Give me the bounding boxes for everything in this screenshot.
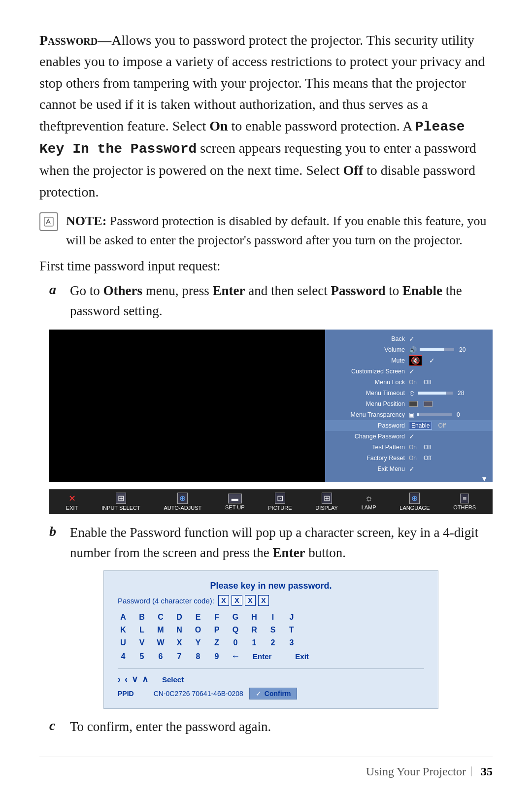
confirm-button[interactable]: ✓ Confirm <box>249 688 298 699</box>
toolbar-setup[interactable]: ▬ SET UP <box>225 494 245 510</box>
char-G[interactable]: G <box>230 613 241 622</box>
char-X[interactable]: X <box>174 638 185 647</box>
toolbar-exit[interactable]: ✕ EXIT <box>66 493 78 511</box>
char-I[interactable]: I <box>267 613 278 622</box>
toolbar-auto-label: AUTO-ADJUST <box>164 505 201 511</box>
nav-right-arrow[interactable]: › <box>118 674 121 685</box>
code-box-2[interactable]: X <box>232 595 242 606</box>
pwd-bottom-row: PPID CN-0C2726 70641-46B-0208 ✓ Confirm <box>118 688 424 699</box>
timeout-fill <box>418 392 446 395</box>
char-O[interactable]: O <box>193 626 203 634</box>
password-dialog: Please key in new password. Password (4 … <box>103 570 438 709</box>
projector-toolbar: ✕ EXIT ⊞ INPUT SELECT ⊕ AUTO-ADJUST ▬ SE… <box>49 489 493 514</box>
char-0[interactable]: 0 <box>230 638 241 647</box>
char-E[interactable]: E <box>193 613 203 622</box>
char-J[interactable]: J <box>286 613 297 622</box>
char-T[interactable]: T <box>286 626 297 634</box>
char-K[interactable]: K <box>118 626 129 634</box>
char-M[interactable]: M <box>155 626 166 634</box>
char-S[interactable]: S <box>267 626 278 634</box>
transparency-fill <box>417 413 419 416</box>
transparency-icon: ▣ <box>409 411 414 418</box>
char-F[interactable]: F <box>211 613 222 622</box>
step-a: a Go to Others menu, press Enter and the… <box>49 281 493 321</box>
step-c: c To confirm, enter the password again. <box>49 717 493 737</box>
toolbar-display[interactable]: ⊞ DISPLAY <box>315 493 338 511</box>
char-W[interactable]: W <box>155 638 166 647</box>
exit-button[interactable]: Exit <box>295 652 309 661</box>
menu-label-timeout: Menu Timeout <box>330 390 409 397</box>
position-icon1 <box>409 401 418 407</box>
toolbar-picture[interactable]: ⊡ PICTURE <box>268 493 292 511</box>
pencil-icon <box>43 216 54 227</box>
note-icon <box>39 212 58 231</box>
char-R[interactable]: R <box>249 626 260 634</box>
char-4[interactable]: 4 <box>118 652 129 661</box>
char-Q[interactable]: Q <box>230 626 241 634</box>
char-U[interactable]: U <box>118 638 129 647</box>
char-6[interactable]: 6 <box>155 652 166 661</box>
code-box-3[interactable]: X <box>245 595 256 606</box>
char-N[interactable]: N <box>174 626 185 634</box>
menu-value-menulock: On Off <box>409 379 488 386</box>
toolbar-setup-label: SET UP <box>225 504 245 510</box>
char-1[interactable]: 1 <box>249 638 260 647</box>
char-9[interactable]: 9 <box>211 652 222 661</box>
transparency-number: 0 <box>457 411 460 418</box>
nav-up-arrow[interactable]: ∧ <box>142 674 148 685</box>
menu-value-timeout: ⏲ 28 <box>409 390 488 397</box>
char-backspace[interactable]: ← <box>230 651 241 662</box>
char-Y[interactable]: Y <box>193 638 203 647</box>
on-text: On <box>209 118 228 133</box>
char-L[interactable]: L <box>136 626 147 634</box>
char-row-2: K L M N O P Q R S T <box>118 626 424 634</box>
char-H[interactable]: H <box>249 613 260 622</box>
nav-left-arrow[interactable]: ‹ <box>125 674 128 685</box>
char-D[interactable]: D <box>174 613 185 622</box>
off-text: Off <box>343 163 363 178</box>
password-dialog-wrapper: Please key in new password. Password (4 … <box>103 570 438 709</box>
nav-down-arrow[interactable]: ∨ <box>132 674 138 685</box>
page-number: 35 <box>481 765 493 778</box>
note-box: NOTE: Password protection is disabled by… <box>39 211 493 250</box>
char-Z[interactable]: Z <box>211 638 222 647</box>
customized-checkmark: ✓ <box>409 367 415 375</box>
char-7[interactable]: 7 <box>174 652 185 661</box>
step-b: b Enable the Password function will pop … <box>49 523 493 563</box>
step-c-text: To confirm, enter the password again. <box>70 717 493 737</box>
menu-label-menulock: Menu Lock <box>330 379 409 386</box>
toolbar-lamp[interactable]: ☼ LAMP <box>362 493 376 510</box>
password-enable: Enable <box>409 422 432 430</box>
mute-checkmark: ✓ <box>429 357 435 365</box>
position-icon2 <box>424 401 432 407</box>
char-2[interactable]: 2 <box>267 638 278 647</box>
picture-icon: ⊡ <box>275 493 285 504</box>
step-b-text: Enable the Password function will pop up… <box>70 523 493 563</box>
password-paragraph: Password—Allows you to password protect … <box>39 30 493 202</box>
menu-label-factoryreset: Factory Reset <box>330 455 409 462</box>
char-8[interactable]: 8 <box>193 652 203 661</box>
enter-button[interactable]: Enter <box>253 652 271 661</box>
pwd-nav-row: › ‹ ∨ ∧ Select <box>118 674 424 685</box>
toolbar-auto-adjust[interactable]: ⊕ AUTO-ADJUST <box>164 493 201 511</box>
char-P[interactable]: P <box>211 626 222 634</box>
char-V[interactable]: V <box>136 638 147 647</box>
char-row-4: 4 5 6 7 8 9 ← Enter Exit <box>118 651 424 662</box>
char-A[interactable]: A <box>118 613 129 622</box>
code-box-1[interactable]: X <box>218 595 229 606</box>
mid-text: to enable password protection. A <box>228 118 415 133</box>
char-5[interactable]: 5 <box>136 652 147 661</box>
step-a-text2: menu, press <box>142 283 212 298</box>
toolbar-language[interactable]: ⊕ LANGUAGE <box>399 493 430 511</box>
code-box-4[interactable]: X <box>258 595 269 606</box>
char-B[interactable]: B <box>136 613 147 622</box>
volume-icon: 🔊 <box>409 346 417 354</box>
toolbar-others[interactable]: ≡ OTHERS <box>453 494 476 510</box>
char-C[interactable]: C <box>155 613 166 622</box>
menu-label-position: Menu Position <box>330 400 409 407</box>
menu-value-volume: 🔊 20 <box>409 346 488 354</box>
step-a-password: Password <box>331 283 385 298</box>
toolbar-input-select[interactable]: ⊞ INPUT SELECT <box>101 493 140 511</box>
char-3[interactable]: 3 <box>286 638 297 647</box>
timeout-icon: ⏲ <box>409 390 415 397</box>
